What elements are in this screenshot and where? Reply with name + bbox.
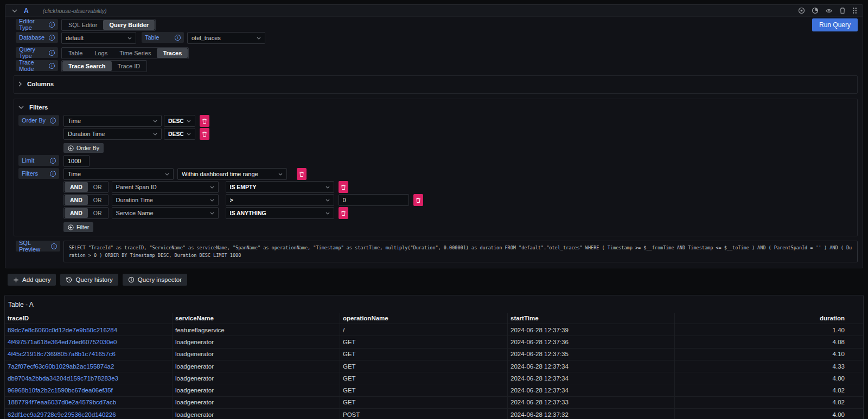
table-panel: Table - A traceID serviceName operationN… (4, 295, 864, 419)
eye-icon[interactable] (825, 8, 833, 14)
columns-section: Columns (14, 75, 858, 94)
query-type-traces[interactable]: Traces (157, 48, 188, 58)
run-query-button[interactable]: Run Query (812, 18, 858, 31)
filter-operator-select[interactable]: IS ANYTHING (226, 207, 334, 219)
trace-id-link[interactable]: db9704a2bbda34204d159c71b78283e3 (8, 375, 118, 382)
editor-type-row: Editor Type i SQL Editor Query Builder (16, 19, 858, 31)
filter-field-select[interactable]: Service Name (112, 207, 219, 219)
trace-id-link[interactable]: 4f497571a618e364ed7ded60752030e0 (8, 339, 117, 345)
and-or-switch: AND OR (63, 207, 108, 219)
query-type-switch: Table Logs Time Series Traces (61, 47, 189, 59)
query-type-timeseries[interactable]: Time Series (113, 48, 157, 58)
info-icon[interactable]: i (49, 35, 55, 41)
info-icon[interactable]: i (49, 22, 55, 28)
column-header-operationname[interactable]: operationName (340, 313, 508, 324)
record-icon[interactable] (798, 7, 805, 14)
info-icon[interactable]: i (50, 118, 56, 124)
info-icon[interactable]: i (49, 50, 55, 56)
chevron-down-icon[interactable] (12, 9, 17, 12)
query-type-logs[interactable]: Logs (88, 48, 113, 58)
filter-field-select[interactable]: Duration Time (112, 194, 219, 206)
trace-id-link[interactable]: 7a2f07ecf63c60b1029ab2ac155874a2 (8, 363, 114, 370)
start-time-cell: 2024-06-28 12:37:34 (508, 384, 675, 396)
table-header-row: traceID serviceName operationName startT… (5, 313, 863, 324)
query-type-row: Query Type i Table Logs Time Series Trac… (16, 47, 858, 59)
editor-type-label: Editor Type i (16, 19, 58, 30)
chevron-down-icon (210, 199, 214, 202)
chevron-down-icon (187, 133, 191, 136)
service-name-cell: loadgenerator (173, 409, 340, 419)
table-row: 4f497571a618e364ed7ded60752030e0 loadgen… (5, 336, 863, 348)
filters-section-toggle[interactable]: Filters (18, 102, 853, 113)
remove-filter-button[interactable] (339, 207, 348, 219)
filter-operator-select[interactable]: Within dashboard time range (177, 168, 287, 180)
start-time-cell: 2024-06-28 12:37:32 (508, 409, 675, 419)
column-header-servicename[interactable]: serviceName (173, 313, 340, 324)
operation-name-cell: POST (340, 409, 508, 419)
filter-condition-row: AND OR Parent Span ID IS EMPTY (18, 181, 853, 193)
chevron-down-icon (210, 212, 214, 215)
database-select[interactable]: default (61, 32, 136, 44)
trash-icon[interactable] (839, 7, 846, 14)
query-builder-option[interactable]: Query Builder (103, 20, 155, 30)
remove-order-by-button[interactable] (200, 128, 209, 140)
chevron-down-icon (326, 186, 330, 189)
chevron-down-icon (127, 37, 132, 40)
filter-field-select[interactable]: Parent Span ID (112, 181, 219, 193)
query-history-button[interactable]: Query history (60, 274, 118, 286)
filter-value-input[interactable] (339, 194, 409, 206)
add-query-button[interactable]: Add query (8, 274, 56, 286)
and-or-switch: AND OR (63, 194, 108, 206)
query-header-actions (798, 7, 857, 14)
trace-id-option[interactable]: Trace ID (112, 61, 146, 71)
order-by-field-select[interactable]: Time (63, 115, 162, 127)
add-order-by-button[interactable]: Order By (63, 143, 104, 153)
timer-pie-icon[interactable] (812, 7, 819, 14)
order-by-field-select[interactable]: Duration Time (63, 128, 162, 140)
and-option[interactable]: AND (65, 182, 88, 192)
or-option[interactable]: OR (88, 208, 107, 218)
limit-input[interactable] (63, 155, 90, 167)
trace-mode-label: Trace Mode i (16, 60, 58, 71)
columns-section-toggle[interactable]: Columns (18, 79, 853, 89)
order-by-direction-select[interactable]: DESC (164, 115, 195, 127)
duration-cell: 4.02 (675, 384, 863, 396)
info-icon[interactable]: i (50, 171, 56, 177)
column-header-traceid[interactable]: traceID (5, 313, 173, 324)
chevron-right-icon (18, 81, 22, 87)
remove-filter-button[interactable] (339, 181, 348, 193)
operation-name-cell: GET (340, 372, 508, 384)
remove-filter-button[interactable] (413, 194, 423, 206)
add-filter-button[interactable]: Filter (63, 222, 93, 232)
info-icon[interactable]: i (49, 63, 55, 69)
table-select[interactable]: otel_traces (187, 32, 265, 44)
sql-editor-option[interactable]: SQL Editor (62, 20, 103, 30)
order-by-direction-select[interactable]: DESC (164, 128, 195, 140)
trace-id-link[interactable]: 62df1ec9a29728c9e29536c20d140226 (8, 411, 116, 418)
drag-handle-icon[interactable] (852, 7, 857, 14)
remove-filter-button[interactable] (297, 168, 307, 180)
table-row: db9704a2bbda34204d159c71b78283e3 loadgen… (5, 372, 863, 384)
trace-id-link[interactable]: 1887794f7eaa6037d0e2a4579bcd7acb (8, 399, 116, 405)
info-icon[interactable]: i (175, 35, 181, 41)
filter-operator-select[interactable]: > (226, 194, 334, 206)
or-option[interactable]: OR (88, 182, 107, 192)
filter-operator-select[interactable]: IS EMPTY (226, 181, 334, 193)
remove-order-by-button[interactable] (200, 115, 209, 127)
trace-search-option[interactable]: Trace Search (62, 61, 112, 71)
query-type-table[interactable]: Table (62, 48, 88, 58)
operation-name-cell: / (340, 324, 508, 336)
trace-id-link[interactable]: 89dc7e8c6060c0d12de7e9b50c216284 (8, 327, 117, 333)
filter-field-select[interactable]: Time (63, 168, 174, 180)
query-inspector-button[interactable]: Query inspector (123, 274, 187, 286)
table-row: 96968b10fa2b2c1590bc67dea06ef35f loadgen… (5, 384, 863, 396)
column-header-duration[interactable]: duration (675, 313, 863, 324)
and-option[interactable]: AND (65, 195, 88, 205)
trace-id-link[interactable]: 4f45c21918c73698057a8b1c741657c6 (8, 351, 116, 357)
or-option[interactable]: OR (88, 195, 107, 205)
column-header-starttime[interactable]: startTime (508, 313, 675, 324)
and-option[interactable]: AND (65, 208, 88, 218)
trace-id-link[interactable]: 96968b10fa2b2c1590bc67dea06ef35f (8, 387, 113, 394)
info-icon[interactable]: i (51, 243, 57, 249)
info-icon[interactable]: i (50, 158, 56, 164)
